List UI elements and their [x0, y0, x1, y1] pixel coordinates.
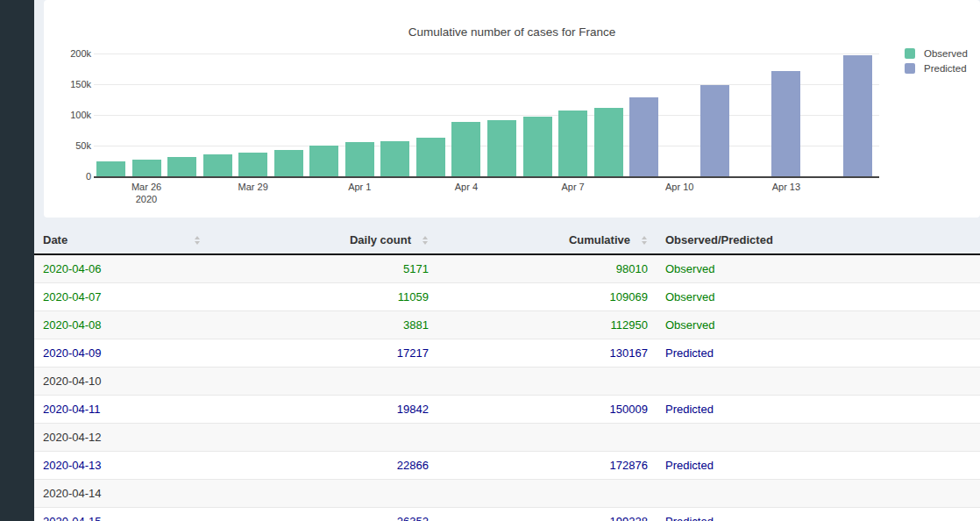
bar-predicted-2020-04-13[interactable] [771, 71, 800, 177]
cell-date: 2020-04-11 [34, 396, 209, 424]
bar-observed-2020-04-03[interactable] [416, 138, 445, 177]
sort-asc-arrow-icon [423, 236, 428, 239]
bar-observed-2020-03-25[interactable] [96, 161, 125, 177]
cell-status [657, 480, 980, 508]
main-content: Cumulative number of cases for France Ob… [34, 0, 980, 521]
column-header-observed-predicted: Observed/Predicted [657, 226, 980, 254]
bar-observed-2020-04-01[interactable] [345, 142, 374, 177]
cell-daily: 19842 [209, 396, 437, 424]
cell-daily: 3881 [209, 311, 437, 339]
column-header-label: Daily count [350, 233, 411, 246]
sort-desc-arrow-icon [423, 241, 428, 245]
y-gridline [94, 115, 879, 116]
legend-label-predicted: Predicted [924, 63, 967, 74]
table-row-2020-04-13[interactable]: 2020-04-1322866172876Predicted [34, 452, 980, 480]
cell-date: 2020-04-07 [34, 283, 209, 311]
chart-legend: ObservedPredicted [905, 48, 968, 78]
cell-date: 2020-04-06 [34, 254, 209, 283]
column-header-label: Date [43, 233, 67, 246]
bar-observed-2020-03-28[interactable] [203, 154, 232, 177]
bar-observed-2020-03-29[interactable] [238, 153, 267, 177]
table-row-2020-04-09[interactable]: 2020-04-0917217130167Predicted [34, 339, 980, 368]
cell-daily: 17217 [209, 339, 437, 368]
bar-predicted-2020-04-09[interactable] [629, 97, 658, 177]
app-sidebar [0, 0, 34, 521]
x-axis-tick-label: Mar 29 [218, 181, 288, 193]
bar-observed-2020-04-02[interactable] [380, 141, 409, 177]
x-axis-tick-label: Apr 7 [538, 181, 608, 193]
legend-item-observed[interactable]: Observed [905, 48, 968, 59]
x-axis-tick-label: Mar 262020 [111, 181, 181, 205]
table-row-2020-04-06[interactable]: 2020-04-06517198010Observed [34, 254, 980, 283]
bar-observed-2020-03-26[interactable] [132, 160, 161, 177]
y-axis-tick-label: 0 [44, 171, 91, 182]
x-axis-tick-label: Apr 10 [644, 181, 714, 193]
bar-observed-2020-03-30[interactable] [274, 150, 303, 177]
table-row-2020-04-15[interactable]: 2020-04-1526352199228Predicted [34, 508, 980, 521]
bar-observed-2020-03-27[interactable] [167, 157, 196, 177]
sort-desc-arrow-icon [195, 241, 200, 245]
bar-observed-2020-03-31[interactable] [309, 146, 338, 177]
bar-observed-2020-04-05[interactable] [487, 120, 516, 177]
sort-icon [423, 236, 428, 245]
cell-status [657, 368, 980, 396]
chart-card: Cumulative number of cases for France Ob… [44, 0, 980, 218]
cell-status: Predicted [657, 452, 980, 480]
table-body: 2020-04-06517198010Observed2020-04-07110… [34, 254, 980, 521]
sort-desc-arrow-icon [642, 241, 647, 245]
y-axis-tick-label: 150k [44, 79, 91, 89]
y-axis-tick-label: 200k [44, 48, 91, 59]
plot-area [94, 54, 879, 177]
cases-table: DateDaily countCumulativeObserved/Predic… [34, 226, 980, 521]
sort-asc-arrow-icon [642, 236, 647, 239]
table-row-2020-04-11[interactable]: 2020-04-1119842150009Predicted [34, 396, 980, 424]
column-header-cumulative[interactable]: Cumulative [437, 226, 657, 254]
table-row-2020-04-14[interactable]: 2020-04-14 [34, 480, 980, 508]
y-axis-tick-label: 50k [44, 140, 91, 151]
cell-cumulative: 112950 [437, 311, 657, 339]
cell-cumulative: 150009 [437, 396, 657, 424]
bar-observed-2020-04-08[interactable] [594, 108, 623, 177]
bar-predicted-2020-04-11[interactable] [700, 85, 729, 177]
bar-observed-2020-04-04[interactable] [451, 122, 480, 177]
y-gridline [94, 146, 879, 146]
x-axis-tick-label: Apr 1 [324, 181, 394, 193]
y-gridline [94, 84, 879, 85]
y-axis-tick-label: 100k [44, 110, 91, 120]
cell-cumulative [437, 424, 657, 452]
table-row-2020-04-10[interactable]: 2020-04-10 [34, 368, 980, 396]
chart-title: Cumulative number of cases for France [44, 25, 980, 39]
cell-cumulative: 199228 [437, 508, 657, 521]
cell-status: Predicted [657, 508, 980, 521]
bar-predicted-2020-04-15[interactable] [843, 55, 872, 177]
x-tick-line1: Apr 1 [324, 181, 394, 193]
x-tick-line1: Apr 10 [644, 181, 714, 193]
column-header-label: Cumulative [569, 233, 630, 246]
bar-observed-2020-04-07[interactable] [558, 111, 587, 177]
cell-daily [209, 424, 437, 452]
data-table-container: DateDaily countCumulativeObserved/Predic… [34, 226, 980, 521]
bar-observed-2020-04-06[interactable] [523, 117, 552, 177]
cell-status: Predicted [657, 339, 980, 368]
column-header-daily-count[interactable]: Daily count [209, 226, 437, 254]
cell-date: 2020-04-12 [34, 424, 209, 452]
column-header-date[interactable]: Date [34, 226, 209, 254]
legend-item-predicted[interactable]: Predicted [905, 63, 968, 74]
cell-cumulative: 130167 [437, 339, 657, 368]
cell-date: 2020-04-14 [34, 480, 209, 508]
table-row-2020-04-12[interactable]: 2020-04-12 [34, 424, 980, 452]
cell-date: 2020-04-09 [34, 339, 209, 368]
column-header-label: Observed/Predicted [665, 233, 773, 246]
cell-daily: 22866 [209, 452, 437, 480]
x-tick-line1: Apr 7 [538, 181, 608, 193]
cell-daily: 26352 [209, 508, 437, 521]
x-tick-line2: 2020 [111, 193, 181, 205]
x-tick-line1: Mar 26 [111, 181, 181, 193]
sort-asc-arrow-icon [195, 236, 200, 239]
cell-status: Observed [657, 283, 980, 311]
x-axis-line [94, 176, 879, 178]
table-row-2020-04-08[interactable]: 2020-04-083881112950Observed [34, 311, 980, 339]
cell-status: Observed [657, 254, 980, 283]
cell-date: 2020-04-10 [34, 368, 209, 396]
table-row-2020-04-07[interactable]: 2020-04-0711059109069Observed [34, 283, 980, 311]
